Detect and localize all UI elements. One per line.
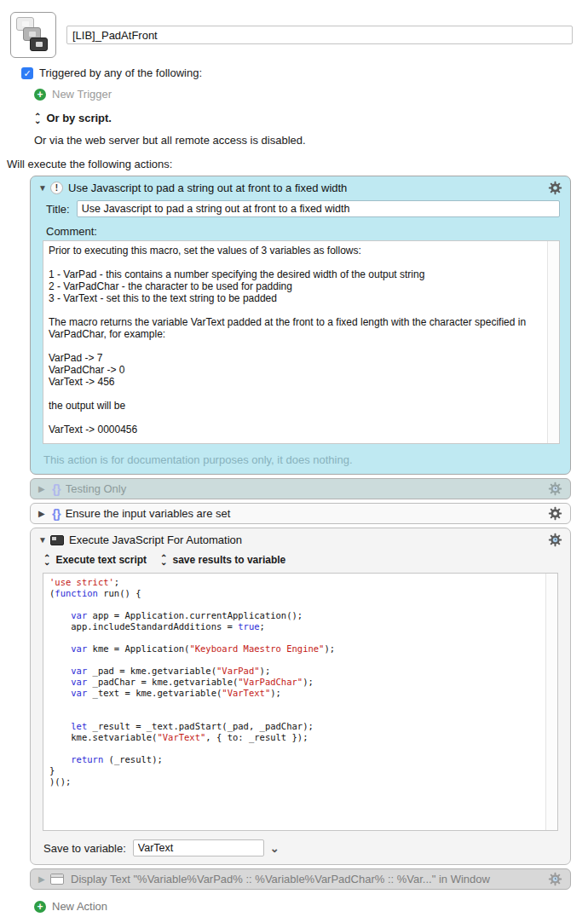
gear-clock-icon[interactable] [548,533,562,547]
will-execute-label: Will execute the following actions: [7,158,588,170]
execute-mode-label[interactable]: Execute text script [55,554,147,566]
title-field-label: Title: [46,203,70,216]
new-action-label[interactable]: New Action [52,900,107,913]
action-comment: ▼ ! Use Javascript to pad a string out a… [30,176,571,475]
action-js-title: Execute JavaScript For Automation [69,533,541,546]
script-editor[interactable]: 'use strict';(function run() { var app =… [43,573,558,831]
plus-icon[interactable]: + [34,901,46,913]
action-js-header: ▼ Execute JavaScript For Automation [31,528,570,550]
display-text-label: Display Text "%Variable%VarPad% :: %Vari… [71,873,541,885]
testing-only-label: Testing Only [66,482,541,495]
new-action-row[interactable]: + New Action [34,900,571,913]
scrollbar-track[interactable] [545,574,557,830]
action-execute-js: ▼ Execute JavaScript For Automation ⌃⌄ E… [30,528,571,865]
triggered-label: Triggered by any of the following: [39,66,202,79]
or-by-script-label[interactable]: Or by script. [46,112,112,124]
triggered-checkbox[interactable]: ✓ [21,67,33,79]
ensure-vars-label: Ensure the input variables are set [66,507,541,520]
comment-textarea[interactable]: Prior to executing this macro, set the v… [43,240,560,444]
triggered-by-row: ✓ Triggered by any of the following: [21,66,588,79]
results-mode-label[interactable]: save results to variable [173,554,286,566]
plus-icon[interactable]: + [34,89,46,101]
popup-arrows-icon: ⌃⌄ [160,556,167,564]
js-options-row: ⌃⌄ Execute text script ⌃⌄ save results t… [43,554,570,566]
popup-arrows-icon: ⌃⌄ [43,556,50,564]
macro-name-input[interactable] [66,26,573,44]
action-comment-title: Use Javascript to pad a string out at fr… [68,182,541,194]
disclosure-down-icon[interactable]: ▼ [38,535,49,545]
gear-clock-icon[interactable] [548,872,562,886]
macro-header [10,12,573,58]
gear-icon[interactable] [548,506,562,521]
title-field-row: Title: [46,200,560,217]
key-icon-dark [30,37,48,51]
group-braces-icon: {} [52,482,61,496]
terminal-icon [50,535,64,545]
new-trigger-row[interactable]: + New Trigger [34,88,588,101]
or-by-script-row[interactable]: ⌃⌄ Or by script. [34,112,588,124]
save-variable-input[interactable] [133,839,264,856]
macro-icon [10,12,56,58]
action-ensure-vars[interactable]: ▶ {} Ensure the input variables are set [30,503,571,524]
disclosure-right-icon[interactable]: ▶ [38,874,49,884]
window-icon [50,874,64,885]
action-testing-only[interactable]: ▶ {} Testing Only [30,478,571,499]
actions-list: ▼ ! Use Javascript to pad a string out a… [30,176,571,913]
popup-arrows-icon: ⌃⌄ [34,114,41,123]
disclosure-down-icon[interactable]: ▼ [38,183,49,193]
disclosure-right-icon[interactable]: ▶ [38,484,49,493]
gear-clock-icon[interactable] [548,482,562,496]
save-variable-row: Save to variable: ⌄ [43,839,570,856]
action-comment-header: ▼ ! Use Javascript to pad a string out a… [31,176,570,198]
warning-icon: ! [50,182,63,194]
new-trigger-label[interactable]: New Trigger [52,88,112,101]
scrollbar-track[interactable] [547,241,559,443]
comment-field-label: Comment: [46,225,570,238]
group-braces-icon: {} [52,506,61,521]
action-display-text[interactable]: ▶ Display Text "%Variable%VarPad% :: %Va… [30,868,571,890]
documentation-note: This action is for documentation purpose… [43,453,570,466]
execute-mode-popup[interactable]: ⌃⌄ Execute text script [43,554,147,566]
chevron-down-icon[interactable]: ⌄ [270,842,280,855]
save-variable-label: Save to variable: [43,842,126,855]
results-mode-popup[interactable]: ⌃⌄ save results to variable [160,554,285,566]
gear-icon[interactable] [548,181,562,195]
title-input[interactable] [77,200,560,217]
web-server-note: Or via the web server but all remote acc… [34,134,588,147]
disclosure-right-icon[interactable]: ▶ [38,509,49,518]
